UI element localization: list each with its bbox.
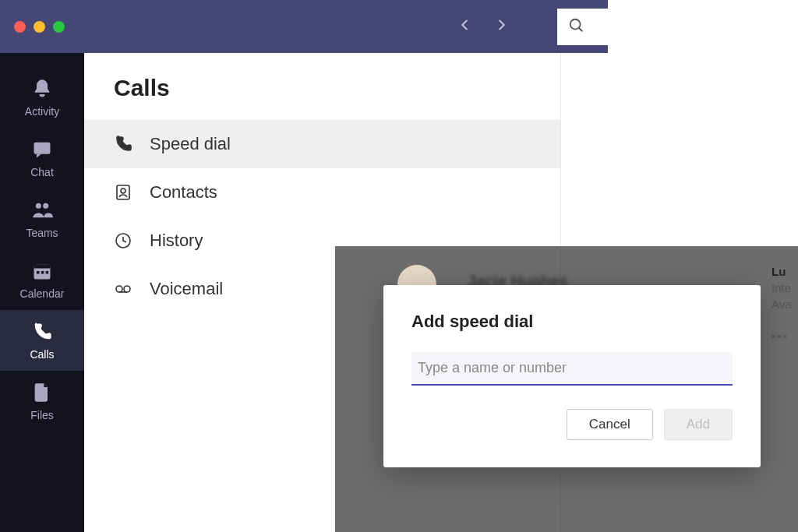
contact-card-peek: Lu Inte Ava ••• — [772, 263, 798, 344]
app-rail: Activity Chat Teams Calendar Calls Files — [0, 53, 84, 532]
panel-title: Calls — [84, 53, 560, 120]
rail-label: Chat — [30, 166, 54, 178]
add-button[interactable]: Add — [664, 409, 733, 440]
title-bar — [0, 0, 608, 53]
add-speed-dial-dialog: Add speed dial Cancel Add — [383, 285, 761, 467]
maximize-window-icon[interactable] — [53, 21, 65, 33]
close-window-icon[interactable] — [14, 21, 26, 33]
nav-back-icon[interactable] — [458, 18, 472, 35]
dialog-title: Add speed dial — [411, 312, 733, 332]
menu-label: Contacts — [150, 182, 217, 203]
cancel-button[interactable]: Cancel — [567, 409, 653, 440]
menu-label: Speed dial — [150, 134, 231, 154]
bell-icon — [31, 78, 53, 102]
rail-calls[interactable]: Calls — [0, 310, 84, 371]
phone-icon — [31, 321, 53, 345]
svg-point-4 — [36, 203, 41, 208]
svg-point-12 — [121, 188, 125, 193]
svg-rect-9 — [41, 271, 44, 274]
rail-label: Teams — [26, 227, 58, 239]
svg-line-1 — [579, 27, 583, 31]
window-controls — [14, 21, 65, 33]
speed-dial-input[interactable] — [411, 352, 733, 386]
teams-icon — [31, 199, 53, 224]
search-box[interactable] — [557, 9, 608, 45]
calendar-icon — [31, 260, 53, 284]
svg-rect-2 — [34, 142, 51, 153]
rail-label: Activity — [25, 105, 59, 118]
svg-rect-11 — [117, 185, 129, 199]
rail-chat[interactable]: Chat — [0, 128, 84, 188]
svg-point-0 — [570, 19, 581, 29]
menu-speed-dial[interactable]: Speed dial — [84, 120, 560, 168]
svg-point-5 — [43, 203, 48, 208]
rail-calendar[interactable]: Calendar — [0, 249, 84, 310]
rail-label: Calendar — [20, 287, 65, 300]
svg-point-14 — [116, 286, 122, 292]
more-icon[interactable]: ••• — [772, 328, 798, 344]
svg-point-15 — [124, 286, 130, 292]
file-icon — [31, 382, 53, 406]
rail-activity[interactable]: Activity — [0, 67, 84, 128]
svg-marker-3 — [37, 153, 41, 157]
chat-icon — [31, 139, 53, 163]
rail-files[interactable]: Files — [0, 371, 84, 432]
svg-rect-7 — [34, 264, 51, 268]
svg-rect-10 — [46, 271, 49, 274]
rail-teams[interactable]: Teams — [0, 188, 84, 249]
rail-label: Files — [30, 409, 54, 421]
rail-label: Calls — [30, 348, 54, 361]
menu-label: Voicemail — [150, 279, 223, 299]
svg-rect-8 — [37, 271, 40, 274]
minimize-window-icon[interactable] — [34, 21, 45, 33]
search-icon — [568, 17, 585, 37]
menu-label: History — [150, 231, 203, 251]
menu-contacts[interactable]: Contacts — [84, 168, 560, 217]
nav-forward-icon[interactable] — [494, 18, 508, 35]
